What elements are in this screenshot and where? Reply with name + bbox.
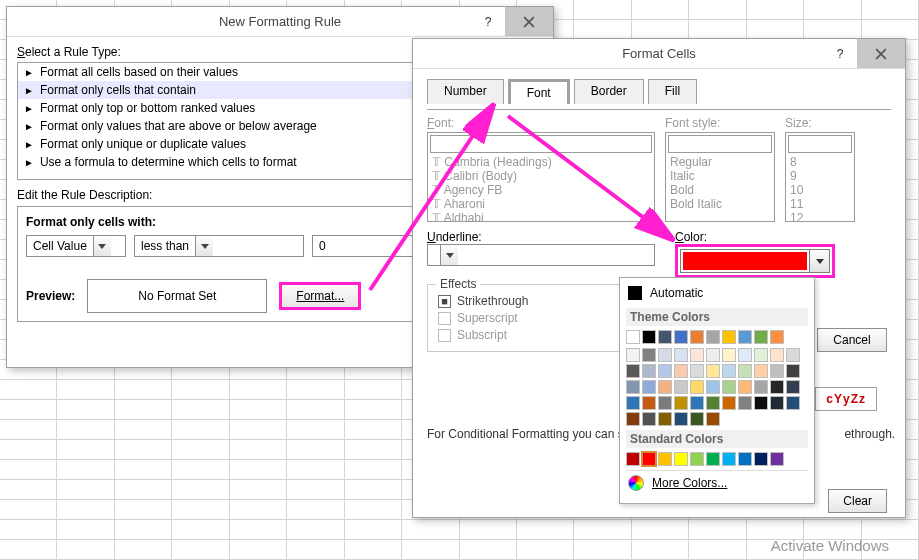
theme-colors-header: Theme Colors — [626, 308, 808, 326]
color-swatch[interactable] — [690, 348, 704, 362]
color-swatch[interactable] — [722, 364, 736, 378]
tab-fill[interactable]: Fill — [648, 79, 697, 104]
color-swatch[interactable] — [722, 396, 736, 410]
titlebar: New Formatting Rule ? — [7, 7, 553, 37]
color-swatch[interactable] — [642, 412, 656, 426]
theme-color-row — [626, 330, 808, 344]
color-swatch[interactable] — [722, 348, 736, 362]
color-swatch[interactable] — [674, 364, 688, 378]
format-button[interactable]: Format... — [279, 282, 361, 310]
color-swatch[interactable] — [786, 348, 800, 362]
color-swatch[interactable] — [738, 396, 752, 410]
more-colors-option[interactable]: More Colors... — [626, 470, 808, 495]
color-swatch[interactable] — [706, 380, 720, 394]
size-list[interactable]: 8910111214 — [785, 132, 855, 222]
color-swatch[interactable] — [722, 330, 736, 344]
close-icon[interactable] — [857, 39, 905, 68]
color-swatch[interactable] — [626, 348, 640, 362]
color-swatch[interactable] — [770, 364, 784, 378]
color-swatch[interactable] — [690, 452, 704, 466]
color-swatch[interactable] — [674, 380, 688, 394]
chevron-down-icon[interactable] — [93, 236, 111, 256]
color-swatch[interactable] — [738, 452, 752, 466]
automatic-option[interactable]: Automatic — [626, 282, 808, 304]
color-swatch[interactable] — [674, 330, 688, 344]
color-swatch[interactable] — [706, 396, 720, 410]
color-swatch[interactable] — [786, 364, 800, 378]
color-swatch[interactable] — [738, 380, 752, 394]
color-swatch[interactable] — [738, 348, 752, 362]
standard-colors-header: Standard Colors — [626, 430, 808, 448]
svg-line-5 — [508, 116, 668, 236]
color-swatch[interactable] — [690, 380, 704, 394]
color-swatch[interactable] — [770, 348, 784, 362]
close-icon[interactable] — [505, 7, 553, 36]
color-label: Color: — [675, 230, 835, 244]
color-swatch[interactable] — [754, 348, 768, 362]
color-swatch[interactable] — [770, 330, 784, 344]
help-icon[interactable]: ? — [471, 7, 505, 36]
color-swatch[interactable] — [642, 452, 656, 466]
color-swatch[interactable] — [658, 380, 672, 394]
color-swatch[interactable] — [722, 380, 736, 394]
color-combo[interactable] — [680, 249, 830, 273]
clear-button[interactable]: Clear — [828, 489, 887, 513]
color-swatch[interactable] — [626, 330, 640, 344]
color-swatch[interactable] — [626, 364, 640, 378]
color-swatch[interactable] — [674, 412, 688, 426]
color-swatch[interactable] — [706, 330, 720, 344]
color-swatch[interactable] — [770, 396, 784, 410]
tab-font[interactable]: Font — [508, 79, 570, 104]
svg-line-4 — [370, 110, 490, 290]
color-swatch[interactable] — [754, 396, 768, 410]
chevron-down-icon[interactable] — [809, 250, 829, 272]
color-swatch[interactable] — [754, 330, 768, 344]
activate-windows-watermark: Activate Windows — [771, 537, 889, 554]
color-swatch[interactable] — [738, 364, 752, 378]
color-swatch[interactable] — [754, 364, 768, 378]
subscript-checkbox: Subscript — [438, 328, 616, 342]
color-swatch[interactable] — [674, 452, 688, 466]
operator-combo[interactable]: less than — [134, 235, 304, 257]
color-swatch[interactable] — [786, 396, 800, 410]
color-swatch[interactable] — [642, 348, 656, 362]
color-swatch[interactable] — [786, 380, 800, 394]
color-picker-popup: Automatic Theme Colors Standard Colors M… — [619, 277, 815, 504]
color-swatch[interactable] — [626, 396, 640, 410]
color-swatch[interactable] — [658, 452, 672, 466]
cancel-button[interactable]: Cancel — [817, 328, 887, 352]
color-swatch[interactable] — [690, 396, 704, 410]
color-swatch[interactable] — [626, 452, 640, 466]
color-swatch[interactable] — [658, 364, 672, 378]
color-swatch[interactable] — [658, 396, 672, 410]
color-swatch[interactable] — [642, 364, 656, 378]
color-swatch[interactable] — [674, 396, 688, 410]
color-swatch[interactable] — [722, 452, 736, 466]
color-swatch[interactable] — [626, 380, 640, 394]
standard-color-row — [626, 452, 808, 466]
color-swatch[interactable] — [754, 380, 768, 394]
color-swatch[interactable] — [690, 330, 704, 344]
color-swatch[interactable] — [754, 452, 768, 466]
color-swatch[interactable] — [674, 348, 688, 362]
tab-border[interactable]: Border — [574, 79, 644, 104]
color-swatch[interactable] — [626, 412, 640, 426]
color-swatch[interactable] — [770, 380, 784, 394]
color-swatch[interactable] — [642, 380, 656, 394]
color-swatch[interactable] — [738, 330, 752, 344]
color-swatch[interactable] — [706, 364, 720, 378]
cell-value-combo[interactable]: Cell Value — [26, 235, 126, 257]
color-swatch[interactable] — [690, 412, 704, 426]
help-icon[interactable]: ? — [823, 39, 857, 68]
color-swatch[interactable] — [658, 348, 672, 362]
color-swatch[interactable] — [706, 452, 720, 466]
chevron-down-icon[interactable] — [195, 236, 213, 256]
color-swatch[interactable] — [770, 452, 784, 466]
color-swatch[interactable] — [706, 348, 720, 362]
color-swatch[interactable] — [642, 396, 656, 410]
color-swatch[interactable] — [706, 412, 720, 426]
color-swatch[interactable] — [658, 412, 672, 426]
color-swatch[interactable] — [658, 330, 672, 344]
color-swatch[interactable] — [642, 330, 656, 344]
color-swatch[interactable] — [690, 364, 704, 378]
